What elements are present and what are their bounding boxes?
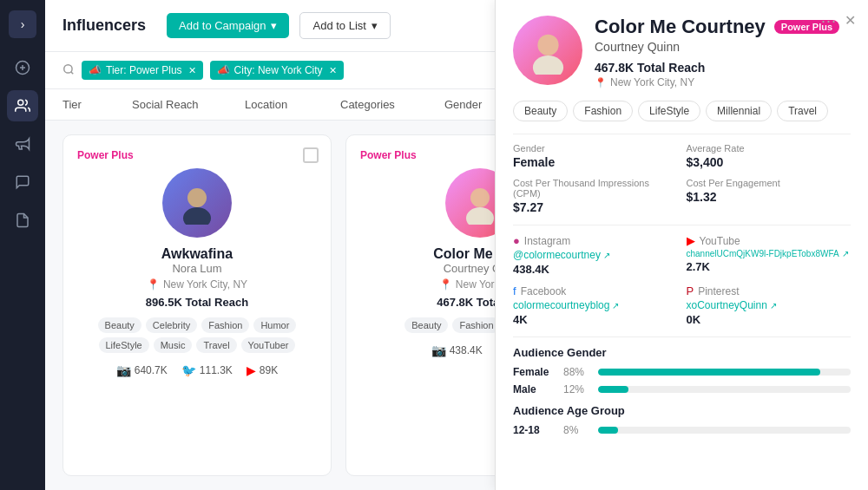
sidebar-icon-chart[interactable]: [7, 52, 38, 83]
youtube-platform-icon: ▶: [687, 234, 695, 247]
detail-handle: Courtney Quinn: [595, 40, 851, 54]
stat-cpm-label: Cost Per Thousand Impressions (CPM): [513, 178, 678, 199]
svg-point-5: [183, 207, 211, 225]
detail-tag-beauty: Beauty: [513, 101, 568, 121]
age-1218-bar-bg: [598, 427, 851, 434]
filter-tag-city-label: City: New York City: [234, 64, 323, 76]
svg-line-3: [71, 71, 74, 74]
male-pct: 12%: [563, 383, 591, 395]
audience-age-title: Audience Age Group: [513, 404, 851, 417]
sidebar-icon-megaphone[interactable]: [7, 128, 38, 160]
audience-gender-male: Male 12%: [513, 383, 851, 395]
detail-tags: Beauty Fashion LifeStyle Millennial Trav…: [513, 101, 851, 121]
tag-travel: Travel: [196, 337, 236, 353]
stat-avg-rate: Average Rate $3,400: [687, 143, 852, 169]
sidebar-icon-users[interactable]: [7, 90, 38, 121]
youtube-link[interactable]: channelUCmQjKW9l-FDjkpETobx8WFA ↗: [687, 249, 852, 258]
stat-cpe-label: Cost Per Engagement: [687, 178, 852, 188]
external-link-icon-pi: ↗: [770, 301, 777, 310]
detail-header: Color Me Courtney Power Plus Courtney Qu…: [513, 16, 851, 88]
detail-tag-millennial: Millennial: [706, 101, 772, 121]
influencer-card-0: Power Plus Awkwafina Nora Lum 📍 New York…: [62, 134, 332, 476]
pinterest-link[interactable]: xoCourtneyQuinn ↗: [687, 299, 852, 311]
pinterest-platform: P Pinterest: [687, 284, 852, 297]
filter-tag-city[interactable]: 📣 City: New York City ✕: [210, 61, 344, 80]
stat-gender-label: Gender: [513, 143, 678, 154]
instagram-platform-icon: ●: [513, 234, 520, 247]
divider-2: [513, 225, 851, 225]
card-avatar-0: [162, 168, 232, 238]
youtube-platform: ▶ YouTube: [687, 234, 852, 247]
tag-lifestyle: LifeStyle: [99, 337, 149, 353]
detail-tag-fashion: Fashion: [573, 101, 633, 121]
col-social-reach[interactable]: Social Reach: [132, 98, 245, 111]
social-stat-youtube: ▶ YouTube channelUCmQjKW9l-FDjkpETobx8WF…: [687, 234, 852, 276]
svg-point-1: [18, 100, 23, 105]
tag-fashion-1: Fashion: [452, 317, 500, 333]
add-to-campaign-button[interactable]: Add to Campaign ▾: [167, 13, 289, 38]
stat-cpm-value: $7.27: [513, 200, 678, 214]
external-link-icon-fb: ↗: [612, 301, 619, 310]
audience-gender-female: Female 88%: [513, 366, 851, 378]
female-pct: 88%: [563, 366, 591, 378]
detail-location-row: 📍 New York City, NY: [595, 76, 851, 88]
social-youtube-0: ▶ 89K: [247, 363, 278, 377]
youtube-count: 2.7K: [687, 260, 852, 273]
facebook-link[interactable]: colormecourtneyblog ↗: [513, 299, 678, 311]
detail-options-button[interactable]: ···: [821, 12, 837, 30]
card-reach-0: 896.5K Total Reach: [77, 296, 317, 309]
tag-humor: Humor: [253, 317, 296, 333]
svg-point-2: [64, 64, 72, 72]
youtube-icon-0: ▶: [247, 363, 256, 377]
svg-point-9: [532, 56, 562, 75]
instagram-platform: ● Instagram: [513, 234, 678, 247]
card-avatar-wrap-0: [77, 168, 317, 238]
age-1218-label: 12-18: [513, 424, 556, 436]
divider-3: [513, 336, 851, 337]
filter-tag-city-close[interactable]: ✕: [329, 65, 337, 76]
external-link-icon-yt: ↗: [842, 249, 849, 258]
detail-panel: ✕ ··· Color Me Courtney Power Plus Court…: [495, 0, 868, 490]
filter-tag-tier[interactable]: 📣 Tier: Power Plus ✕: [82, 61, 203, 80]
add-to-list-button[interactable]: Add to List ▾: [299, 12, 390, 39]
facebook-count: 4K: [513, 313, 678, 326]
card-checkbox-0[interactable]: [303, 147, 319, 163]
tag-celebrity: Celebrity: [146, 317, 197, 333]
stat-gender: Gender Female: [513, 143, 678, 169]
sidebar-toggle[interactable]: ›: [9, 10, 36, 38]
social-instagram-1: 📷 438.4K: [431, 343, 483, 357]
detail-name-row: Color Me Courtney Power Plus: [595, 16, 851, 38]
sidebar-icon-chat[interactable]: [7, 167, 38, 198]
page-title: Influencers: [62, 16, 146, 35]
stat-avg-rate-value: $3,400: [687, 155, 852, 169]
sidebar-icon-file[interactable]: [7, 205, 38, 236]
stats-grid: Gender Female Average Rate $3,400 Cost P…: [513, 143, 851, 214]
megaphone-filter-icon-2: 📣: [217, 64, 230, 76]
social-instagram-0: 📷 640.7K: [116, 363, 168, 377]
divider-1: [513, 134, 851, 134]
detail-tag-lifestyle: LifeStyle: [638, 101, 700, 121]
col-tier[interactable]: Tier: [62, 98, 132, 111]
female-label: Female: [513, 366, 556, 378]
col-location[interactable]: Location: [245, 98, 340, 111]
male-bar-bg: [598, 386, 851, 393]
tag-music: Music: [154, 337, 193, 353]
filter-tag-tier-close[interactable]: ✕: [188, 65, 196, 76]
campaign-dropdown-arrow[interactable]: ▾: [271, 19, 277, 32]
external-link-icon-ig: ↗: [603, 251, 610, 260]
detail-location: New York City, NY: [610, 76, 694, 88]
detail-avatar: [513, 16, 582, 85]
stat-cpe-value: $1.32: [687, 190, 852, 204]
detail-reach: 467.8K Total Reach: [595, 61, 851, 75]
col-categories[interactable]: Categories: [340, 98, 444, 111]
list-dropdown-arrow[interactable]: ▾: [372, 19, 378, 32]
social-stat-facebook: f Facebook colormecourtneyblog ↗ 4K: [513, 284, 678, 326]
sidebar: ›: [0, 0, 45, 490]
close-button[interactable]: ✕: [845, 12, 856, 29]
instagram-link[interactable]: @colormecourtney ↗: [513, 249, 678, 261]
card-location-0: 📍 New York City, NY: [77, 278, 317, 291]
instagram-icon-0: 📷: [116, 363, 131, 377]
social-stat-pinterest: P Pinterest xoCourtneyQuinn ↗ 0K: [687, 284, 852, 326]
svg-point-6: [470, 188, 490, 207]
audience-age-section: Audience Age Group 12-18 8%: [513, 404, 851, 436]
